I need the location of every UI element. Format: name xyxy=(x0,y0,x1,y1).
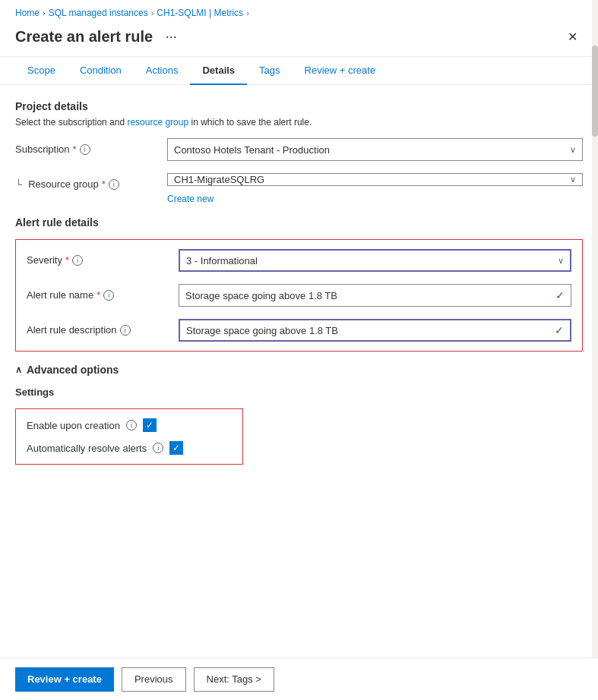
subscription-chevron: ∨ xyxy=(570,145,576,155)
severity-dropdown[interactable]: 3 - Informational ∨ xyxy=(179,249,571,272)
breadcrumb-chevron-1: › xyxy=(43,8,46,17)
alert-rule-name-control: Storage space going above 1.8 TB ✓ xyxy=(179,284,571,307)
severity-info-icon[interactable]: i xyxy=(72,255,83,266)
ellipsis-button[interactable]: ··· xyxy=(160,26,182,47)
subscription-value: Contoso Hotels Tenant - Production xyxy=(174,144,330,156)
breadcrumb-metrics[interactable]: CH1-SQLMI | Metrics xyxy=(157,8,243,18)
alert-rule-name-row: Alert rule name * i Storage space going … xyxy=(27,284,571,307)
review-create-button[interactable]: Review + create xyxy=(15,667,114,692)
tab-actions[interactable]: Actions xyxy=(134,57,191,85)
severity-label: Severity * i xyxy=(27,249,179,266)
tab-condition[interactable]: Condition xyxy=(68,57,134,85)
scrollbar-thumb[interactable] xyxy=(592,46,598,137)
settings-box: Enable upon creation i ✓ Automatically r… xyxy=(15,408,243,465)
severity-chevron: ∨ xyxy=(558,256,564,266)
enable-upon-creation-label: Enable upon creation xyxy=(27,420,120,431)
previous-button[interactable]: Previous xyxy=(122,667,186,692)
auto-resolve-label: Automatically resolve alerts xyxy=(27,443,147,454)
enable-upon-creation-info-icon[interactable]: i xyxy=(126,420,137,430)
resource-group-dropdown[interactable]: CH1-MigrateSQLRG ∨ xyxy=(167,173,583,186)
resource-group-value: CH1-MigrateSQLRG xyxy=(174,174,264,185)
alert-rule-details-box: Severity * i 3 - Informational ∨ Alert r… xyxy=(15,239,583,352)
subscription-required: * xyxy=(73,143,77,155)
create-new-link[interactable]: Create new xyxy=(167,194,214,204)
advanced-options-label: Advanced options xyxy=(27,364,119,376)
alert-rule-details-title: Alert rule details xyxy=(15,216,583,229)
page-title: Create an alert rule xyxy=(15,28,153,46)
alert-rule-description-control: Storage space going above 1.8 TB ✓ xyxy=(179,319,571,342)
alert-rule-description-row: Alert rule description i Storage space g… xyxy=(27,319,571,342)
subscription-label: Subscription * i xyxy=(15,138,167,155)
enable-upon-creation-checkbox[interactable]: ✓ xyxy=(143,418,157,432)
alert-rule-name-required: * xyxy=(97,289,100,301)
resource-group-info-icon[interactable]: i xyxy=(109,179,119,190)
tab-tags[interactable]: Tags xyxy=(247,57,292,85)
header-row: Create an alert rule ··· ✕ xyxy=(0,23,598,56)
severity-control: 3 - Informational ∨ xyxy=(179,249,571,272)
alert-rule-description-input[interactable]: Storage space going above 1.8 TB ✓ xyxy=(179,319,571,342)
resource-group-row: └ Resource group * i CH1-MigrateSQLRG ∨ … xyxy=(15,173,583,204)
scrollbar-track xyxy=(592,0,598,700)
next-button[interactable]: Next: Tags > xyxy=(194,667,274,692)
severity-value: 3 - Informational xyxy=(186,255,258,266)
subscription-info-icon[interactable]: i xyxy=(80,144,90,155)
alert-rule-name-label: Alert rule name * i xyxy=(27,284,179,301)
resource-group-required: * xyxy=(102,178,106,190)
severity-row: Severity * i 3 - Informational ∨ xyxy=(27,249,571,272)
resource-group-chevron: ∨ xyxy=(570,175,576,184)
auto-resolve-check: ✓ xyxy=(172,443,180,453)
alert-rule-description-value: Storage space going above 1.8 TB xyxy=(186,325,338,336)
alert-rule-name-input[interactable]: Storage space going above 1.8 TB ✓ xyxy=(179,284,571,307)
breadcrumb-chevron-2: › xyxy=(151,8,154,17)
advanced-toggle-chevron: ∧ xyxy=(15,364,22,375)
tab-review-create[interactable]: Review + create xyxy=(293,57,388,85)
footer: Review + create Previous Next: Tags > xyxy=(0,657,598,700)
severity-required: * xyxy=(65,254,69,266)
breadcrumb-home[interactable]: Home xyxy=(15,8,40,18)
resource-group-label: └ Resource group * i xyxy=(15,173,167,190)
resource-group-link[interactable]: resource group xyxy=(127,117,188,128)
project-details-title: Project details xyxy=(15,100,583,112)
alert-rule-name-check-icon: ✓ xyxy=(555,289,565,301)
settings-label: Settings xyxy=(15,386,583,398)
auto-resolve-checkbox[interactable]: ✓ xyxy=(169,441,183,455)
enable-upon-creation-row: Enable upon creation i ✓ xyxy=(27,418,232,432)
project-details-desc: Select the subscription and resource gro… xyxy=(15,117,583,128)
breadcrumb-chevron-3: › xyxy=(246,8,249,17)
alert-rule-name-value: Storage space going above 1.8 TB xyxy=(185,290,337,301)
breadcrumb: Home › SQL managed instances › CH1-SQLMI… xyxy=(0,0,598,23)
alert-rule-description-check-icon: ✓ xyxy=(555,324,564,336)
tab-scope[interactable]: Scope xyxy=(15,57,68,85)
subscription-control: Contoso Hotels Tenant - Production ∨ xyxy=(167,138,583,161)
breadcrumb-sql-instances[interactable]: SQL managed instances xyxy=(49,8,148,18)
subscription-row: Subscription * i Contoso Hotels Tenant -… xyxy=(15,138,583,161)
resource-group-control: CH1-MigrateSQLRG ∨ Create new xyxy=(167,173,583,204)
subscription-dropdown[interactable]: Contoso Hotels Tenant - Production ∨ xyxy=(167,138,583,161)
auto-resolve-info-icon[interactable]: i xyxy=(153,443,163,453)
advanced-options-toggle[interactable]: ∧ Advanced options xyxy=(15,364,583,376)
header-left: Create an alert rule ··· xyxy=(15,26,182,47)
tabs-row: Scope Condition Actions Details Tags Rev… xyxy=(0,57,598,85)
content-area: Project details Select the subscription … xyxy=(0,85,598,480)
alert-rule-description-info-icon[interactable]: i xyxy=(120,325,131,336)
alert-rule-description-label: Alert rule description i xyxy=(27,319,179,336)
tab-details[interactable]: Details xyxy=(190,57,247,85)
alert-rule-name-info-icon[interactable]: i xyxy=(103,290,114,301)
enable-upon-creation-check: ✓ xyxy=(146,420,153,430)
close-button[interactable]: ✕ xyxy=(562,26,583,47)
auto-resolve-row: Automatically resolve alerts i ✓ xyxy=(27,441,232,455)
